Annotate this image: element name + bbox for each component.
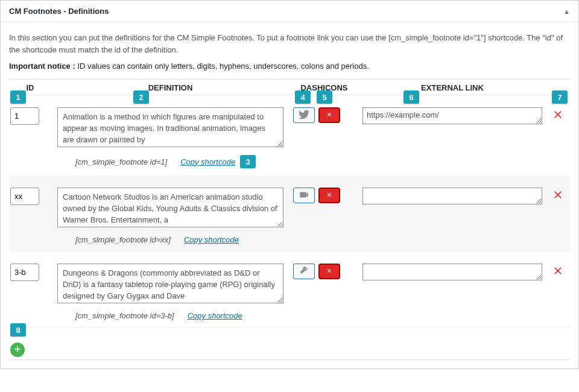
remove-dashicon-button[interactable] — [318, 264, 340, 279]
delete-icon — [552, 109, 564, 122]
shortcode-line: [cm_simple_footnote id=1] Copy shortcode… — [57, 155, 283, 168]
copy-shortcode-link[interactable]: Copy shortcode — [180, 157, 235, 166]
shortcode-text: [cm_simple_footnote id=3-b] — [75, 311, 174, 320]
cell-dashicons — [290, 264, 359, 279]
cell-dashicons — [290, 107, 359, 123]
panel-header[interactable]: CM Footnotes - Definitions ▲ — [1, 1, 578, 22]
important-notice: Important notice : ID values can contain… — [9, 62, 570, 71]
external-link-input[interactable] — [362, 264, 542, 280]
shortcode-line: [cm_simple_footnote id=xx] Copy shortcod… — [57, 235, 283, 244]
callout-3: 3 — [240, 155, 256, 168]
callout-2: 2 — [133, 90, 149, 104]
table-row: Dungeons & Dragons (commonly abbreviated… — [9, 251, 570, 327]
callout-8: 8 — [10, 323, 26, 337]
col-external: EXTERNAL LINK — [359, 83, 546, 92]
external-link-input[interactable] — [362, 188, 542, 204]
table-row: Cartoon Network Studios is an American a… — [9, 175, 570, 251]
dashicon-button[interactable] — [293, 264, 315, 279]
dashicon-button[interactable] — [293, 107, 315, 123]
id-input[interactable] — [10, 107, 39, 125]
cell-external: https://example.com/ — [359, 107, 546, 126]
cell-id — [9, 188, 51, 205]
collapse-icon[interactable]: ▲ — [563, 8, 570, 15]
cell-definition: Animation is a method in which figures a… — [51, 107, 290, 168]
hammer-icon — [299, 265, 309, 278]
cell-id — [9, 107, 51, 125]
table-header: ID DEFINITION DASHICONS EXTERNAL LINK 1 … — [9, 80, 570, 95]
id-input[interactable] — [10, 188, 39, 205]
add-row-button[interactable] — [10, 343, 25, 357]
cell-dashicons — [290, 188, 359, 203]
definition-textarea[interactable]: Cartoon Network Studios is an American a… — [57, 188, 283, 227]
callout-4: 4 — [295, 90, 311, 104]
delete-row-button[interactable] — [552, 265, 564, 279]
external-link-input[interactable]: https://example.com/ — [362, 107, 542, 124]
callout-5: 5 — [317, 90, 332, 104]
close-icon — [326, 111, 333, 120]
notice-label: Important notice : — [9, 62, 75, 71]
panel-body: In this section you can put the definiti… — [1, 32, 578, 368]
definition-textarea[interactable]: Animation is a method in which figures a… — [57, 107, 283, 147]
plus-icon — [13, 344, 22, 356]
cell-id — [9, 264, 51, 281]
col-definition: DEFINITION — [51, 83, 290, 92]
cell-delete — [546, 264, 570, 279]
table-row: Animation is a method in which figures a… — [9, 95, 570, 175]
remove-dashicon-button[interactable] — [318, 188, 340, 203]
cell-external — [359, 264, 546, 282]
callout-7: 7 — [552, 90, 568, 104]
definition-textarea[interactable]: Dungeons & Dragons (commonly abbreviated… — [57, 264, 283, 303]
callout-1: 1 — [10, 90, 26, 104]
definitions-table: ID DEFINITION DASHICONS EXTERNAL LINK 1 … — [9, 79, 570, 360]
delete-icon — [552, 189, 564, 203]
delete-icon — [552, 265, 564, 279]
dashicon-button[interactable] — [293, 188, 315, 203]
twitter-icon — [299, 109, 309, 122]
close-icon — [326, 191, 333, 200]
id-input[interactable] — [10, 264, 39, 281]
panel-title: CM Footnotes - Definitions — [9, 7, 109, 16]
cell-definition: Dungeons & Dragons (commonly abbreviated… — [51, 264, 290, 320]
delete-row-button[interactable] — [552, 109, 564, 122]
intro-text: In this section you can put the definiti… — [9, 32, 570, 55]
cell-definition: Cartoon Network Studios is an American a… — [51, 188, 290, 244]
cell-delete — [546, 107, 570, 122]
shortcode-line: [cm_simple_footnote id=3-b] Copy shortco… — [57, 311, 283, 320]
callout-6: 6 — [403, 90, 419, 104]
cell-external — [359, 188, 546, 206]
delete-row-button[interactable] — [552, 189, 564, 203]
notice-text: ID values can contain only letters, digi… — [75, 62, 369, 71]
copy-shortcode-link[interactable]: Copy shortcode — [188, 311, 242, 320]
cell-delete — [546, 188, 570, 203]
remove-dashicon-button[interactable] — [318, 107, 340, 123]
shortcode-text: [cm_simple_footnote id=1] — [75, 157, 167, 166]
copy-shortcode-link[interactable]: Copy shortcode — [184, 235, 239, 244]
shortcode-text: [cm_simple_footnote id=xx] — [75, 235, 171, 244]
add-row-area: 8 — [9, 327, 570, 359]
definitions-panel: CM Footnotes - Definitions ▲ In this sec… — [0, 0, 579, 369]
close-icon — [326, 267, 333, 276]
video-icon — [299, 189, 309, 202]
